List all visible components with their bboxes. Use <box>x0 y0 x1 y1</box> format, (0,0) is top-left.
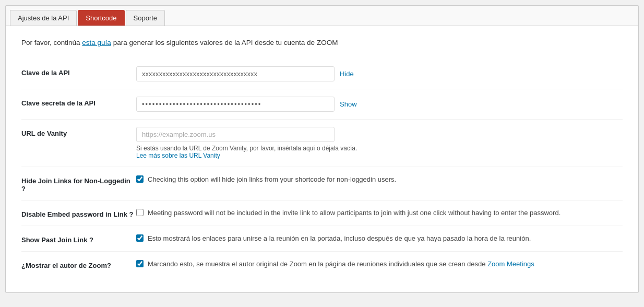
vanity-url-label: URL de Vanity <box>21 127 136 137</box>
tab-support[interactable]: Soporte <box>126 10 165 26</box>
api-key-row: Clave de la API Hide <box>21 59 623 89</box>
api-secret-label: Clave secreta de la API <box>21 97 136 107</box>
disable-embed-password-checkbox[interactable] <box>136 209 144 216</box>
vanity-url-control: Si estás usando la URL de Zoom Vanity, p… <box>136 127 623 159</box>
api-secret-toggle[interactable]: Show <box>340 100 357 108</box>
hide-join-links-description: Checking this option will hide join link… <box>148 174 396 185</box>
vanity-hint-text: Si estás usando la URL de Zoom Vanity, p… <box>136 145 357 152</box>
show-zoom-author-checkbox-row: Marcando esto, se muestra el autor origi… <box>136 259 623 269</box>
show-zoom-author-control: Marcando esto, se muestra el autor origi… <box>136 259 623 269</box>
api-secret-input-row: Show <box>136 97 623 112</box>
disable-embed-password-row: Disable Embed password in Link ? Meeting… <box>21 200 623 226</box>
disable-embed-password-control: Meeting password will not be included in… <box>136 208 623 218</box>
intro-text-before: Por favor, continúa <box>21 39 82 46</box>
show-past-join-link-row: Show Past Join Link ? Esto mostrará los … <box>21 226 623 252</box>
show-zoom-author-description: Marcando esto, se muestra el autor origi… <box>148 259 534 269</box>
vanity-url-row: URL de Vanity Si estás usando la URL de … <box>21 120 623 167</box>
disable-embed-password-checkbox-row: Meeting password will not be included in… <box>136 208 623 218</box>
hide-join-links-row: Hide Join Links for Non-Loggedin ? Check… <box>21 167 623 200</box>
api-key-input-row: Hide <box>136 66 623 81</box>
hide-join-links-checkbox[interactable] <box>136 175 144 183</box>
api-key-input[interactable] <box>136 66 335 81</box>
hide-join-links-checkbox-row: Checking this option will hide join link… <box>136 174 623 185</box>
zoom-meetings-link[interactable]: Zoom Meetings <box>487 260 534 268</box>
intro-guide-link[interactable]: esta guía <box>82 39 111 46</box>
vanity-url-learn-more[interactable]: Lee más sobre las URL Vanity <box>136 152 220 159</box>
show-past-join-link-description: Esto mostrará los enlaces para unirse a … <box>148 233 531 244</box>
api-key-control: Hide <box>136 66 623 81</box>
api-secret-control: Show <box>136 97 623 112</box>
show-zoom-author-text-before: Marcando esto, se muestra el autor origi… <box>148 260 487 268</box>
intro-text-after: para generar los siguientes valores de l… <box>111 39 338 46</box>
api-key-toggle[interactable]: Hide <box>340 70 354 78</box>
tab-content: Por favor, continúa esta guía para gener… <box>6 26 638 292</box>
disable-embed-password-label: Disable Embed password in Link ? <box>21 208 136 218</box>
hide-join-links-control: Checking this option will hide join link… <box>136 174 623 185</box>
tab-bar: Ajustes de la API Shortcode Soporte <box>6 6 638 26</box>
api-key-label: Clave de la API <box>21 66 136 77</box>
show-past-join-link-checkbox[interactable] <box>136 234 144 242</box>
intro-paragraph: Por favor, continúa esta guía para gener… <box>21 39 623 46</box>
show-zoom-author-label: ¿Mostrar el autor de Zoom? <box>21 259 136 269</box>
show-past-join-link-label: Show Past Join Link ? <box>21 233 136 244</box>
vanity-url-hint: Si estás usando la URL de Zoom Vanity, p… <box>136 145 439 159</box>
show-past-join-link-checkbox-row: Esto mostrará los enlaces para unirse a … <box>136 233 623 244</box>
show-zoom-author-row: ¿Mostrar el autor de Zoom? Marcando esto… <box>21 252 623 277</box>
tab-shortcode[interactable]: Shortcode <box>78 10 124 26</box>
tab-api-settings[interactable]: Ajustes de la API <box>10 10 77 26</box>
api-secret-row: Clave secreta de la API Show <box>21 89 623 120</box>
show-past-join-link-control: Esto mostrará los enlaces para unirse a … <box>136 233 623 244</box>
hide-join-links-label: Hide Join Links for Non-Loggedin ? <box>21 174 136 193</box>
settings-panel: Ajustes de la API Shortcode Soporte Por … <box>5 5 639 293</box>
disable-embed-password-description: Meeting password will not be included in… <box>148 208 560 218</box>
vanity-url-input[interactable] <box>136 127 335 142</box>
api-secret-input[interactable] <box>136 97 335 112</box>
show-zoom-author-checkbox[interactable] <box>136 260 144 267</box>
